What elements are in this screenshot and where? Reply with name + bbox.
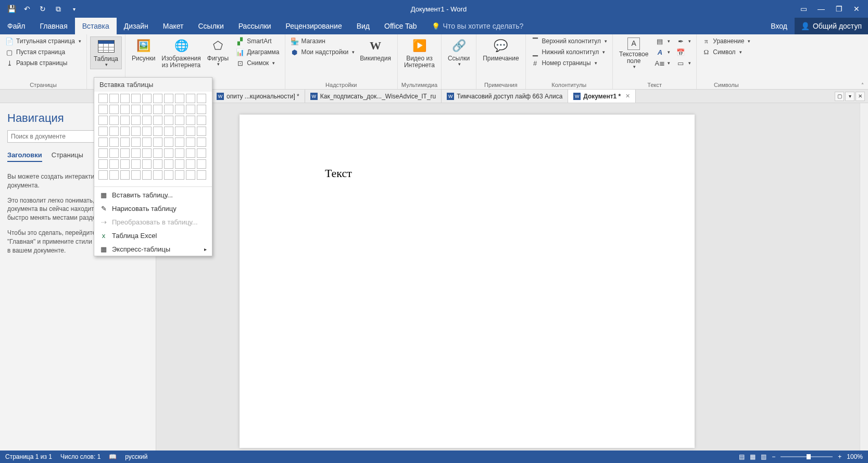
grid-cell[interactable] xyxy=(197,170,206,180)
grid-cell[interactable] xyxy=(131,127,141,136)
footer-button[interactable]: ▁Нижний колонтитул▾ xyxy=(529,47,609,57)
status-page[interactable]: Страница 1 из 1 xyxy=(5,453,52,460)
status-proof-icon[interactable]: 📖 xyxy=(109,453,117,460)
grid-cell[interactable] xyxy=(153,105,162,114)
grid-cell[interactable] xyxy=(98,116,108,125)
grid-cell[interactable] xyxy=(120,105,130,114)
grid-cell[interactable] xyxy=(164,159,173,169)
dropcap-button[interactable]: A≣▾ xyxy=(653,58,672,68)
grid-cell[interactable] xyxy=(142,116,152,125)
maximize-icon[interactable]: ❐ xyxy=(835,5,843,13)
object-button[interactable]: ▭▾ xyxy=(674,58,693,68)
grid-cell[interactable] xyxy=(131,116,141,125)
grid-cell[interactable] xyxy=(120,148,130,158)
grid-cell[interactable] xyxy=(142,137,152,147)
grid-cell[interactable] xyxy=(153,127,162,136)
document-text[interactable]: Текст xyxy=(325,167,352,180)
qat-more-icon[interactable]: ▾ xyxy=(70,5,78,13)
grid-cell[interactable] xyxy=(109,127,119,136)
document-page[interactable]: Текст xyxy=(240,115,695,448)
tab-view[interactable]: Вид xyxy=(349,18,377,34)
grid-cell[interactable] xyxy=(142,170,152,180)
tab-references[interactable]: Ссылки xyxy=(191,18,231,34)
read-mode-icon[interactable]: ▤ xyxy=(739,453,745,460)
grid-cell[interactable] xyxy=(142,105,152,114)
web-layout-icon[interactable]: ▥ xyxy=(761,453,766,460)
grid-cell[interactable] xyxy=(186,94,195,103)
symbol-button[interactable]: ΩСимвол▾ xyxy=(700,47,752,57)
grid-cell[interactable] xyxy=(197,105,206,114)
pictures-button[interactable]: 🖼️Рисунки xyxy=(129,36,158,63)
doc-tab-3[interactable]: WТимчасовий доступ лайф 663 Алиса xyxy=(442,90,568,103)
tab-design[interactable]: Дизайн xyxy=(117,18,156,34)
table-button[interactable]: Таблица ▾ xyxy=(90,36,122,69)
grid-cell[interactable] xyxy=(98,148,108,158)
grid-cell[interactable] xyxy=(186,116,195,125)
tab-close-all-button[interactable]: ✕ xyxy=(856,92,865,101)
tab-review[interactable]: Рецензирование xyxy=(279,18,349,34)
grid-cell[interactable] xyxy=(186,105,195,114)
grid-cell[interactable] xyxy=(98,105,108,114)
grid-cell[interactable] xyxy=(142,127,152,136)
grid-cell[interactable] xyxy=(153,94,162,103)
grid-cell[interactable] xyxy=(197,127,206,136)
zoom-level[interactable]: 100% xyxy=(847,453,863,460)
draw-table-item[interactable]: ✎Нарисовать таблицу xyxy=(94,202,212,215)
grid-cell[interactable] xyxy=(120,116,130,125)
page-number-button[interactable]: #Номер страницы▾ xyxy=(529,58,609,68)
grid-cell[interactable] xyxy=(109,137,119,147)
new-tab-button[interactable]: ▢ xyxy=(835,92,844,101)
equation-button[interactable]: πУравнение▾ xyxy=(700,36,752,46)
grid-cell[interactable] xyxy=(109,94,119,103)
insert-table-item[interactable]: ▦Вставить таблицу... xyxy=(94,188,212,202)
tab-office-tab[interactable]: Office Tab xyxy=(377,18,424,34)
tell-me-search[interactable]: 💡 Что вы хотите сделать? xyxy=(424,22,524,30)
grid-cell[interactable] xyxy=(197,94,206,103)
status-language[interactable]: русский xyxy=(125,453,147,460)
doc-tab-4[interactable]: WДокумент1 *✕ xyxy=(568,90,636,103)
tab-layout[interactable]: Макет xyxy=(156,18,191,34)
save-icon[interactable]: 💾 xyxy=(7,5,16,13)
undo-icon[interactable]: ↶ xyxy=(23,5,31,13)
grid-cell[interactable] xyxy=(120,127,130,136)
grid-cell[interactable] xyxy=(197,116,206,125)
quick-parts-button[interactable]: ▤▾ xyxy=(653,36,672,46)
grid-cell[interactable] xyxy=(109,170,119,180)
grid-cell[interactable] xyxy=(186,148,195,158)
grid-cell[interactable] xyxy=(131,137,141,147)
touch-mode-icon[interactable]: ⧉ xyxy=(54,5,62,13)
links-button[interactable]: 🔗Ссылки▾ xyxy=(445,36,473,68)
quick-tables-item[interactable]: ▦Экспресс-таблицы▸ xyxy=(94,242,212,256)
zoom-in-icon[interactable]: + xyxy=(838,453,841,460)
grid-cell[interactable] xyxy=(197,159,206,169)
grid-cell[interactable] xyxy=(153,159,162,169)
grid-cell[interactable] xyxy=(131,148,141,158)
textbox-button[interactable]: AТекстовое поле▾ xyxy=(616,36,651,71)
close-icon[interactable]: ✕ xyxy=(852,5,861,13)
grid-cell[interactable] xyxy=(175,137,184,147)
grid-cell[interactable] xyxy=(109,105,119,114)
cover-page-button[interactable]: 📄Титульная страница▾ xyxy=(3,36,83,46)
grid-cell[interactable] xyxy=(131,105,141,114)
signature-button[interactable]: ✒▾ xyxy=(674,36,693,46)
grid-cell[interactable] xyxy=(186,159,195,169)
grid-cell[interactable] xyxy=(153,116,162,125)
share-button[interactable]: 👤 Общий доступ xyxy=(795,18,868,34)
grid-cell[interactable] xyxy=(164,94,173,103)
grid-cell[interactable] xyxy=(197,148,206,158)
store-button[interactable]: 🏪Магазин xyxy=(288,36,357,46)
grid-cell[interactable] xyxy=(175,94,184,103)
tab-insert[interactable]: Вставка xyxy=(75,18,117,34)
grid-cell[interactable] xyxy=(175,105,184,114)
grid-cell[interactable] xyxy=(98,170,108,180)
grid-cell[interactable] xyxy=(98,159,108,169)
grid-cell[interactable] xyxy=(120,137,130,147)
login-button[interactable]: Вход xyxy=(763,18,795,34)
wordart-button[interactable]: A▾ xyxy=(653,47,672,57)
smartart-button[interactable]: ▞SmartArt xyxy=(234,36,281,46)
doc-tab-2[interactable]: WКак_подписать_док..._WiseAdvice_IT_ru xyxy=(305,90,442,103)
page-break-button[interactable]: ⤓Разрыв страницы xyxy=(3,58,83,68)
grid-cell[interactable] xyxy=(142,148,152,158)
collapse-ribbon-icon[interactable]: ˄ xyxy=(857,81,868,89)
tab-dropdown-button[interactable]: ▾ xyxy=(845,92,854,101)
